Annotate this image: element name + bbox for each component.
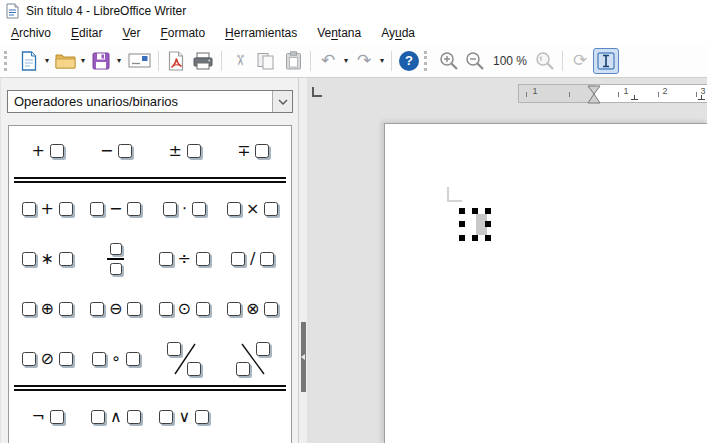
element-division-fraction[interactable] [82, 234, 151, 284]
element-multiplication-dot[interactable]: ⋅ [150, 184, 219, 234]
new-document-icon [20, 51, 38, 71]
new-document-dropdown[interactable]: ▾ [42, 48, 52, 74]
elements-grid: +−±∓+−⋅×∗÷/⊕⊖⊙⊗⊘∘¬∧∨ [8, 125, 292, 443]
zoom-out-button[interactable] [462, 48, 488, 74]
selection-handle[interactable] [472, 208, 478, 214]
operator-symbol: / [250, 251, 255, 267]
help-button[interactable]: ? [396, 48, 422, 74]
document-page[interactable] [384, 123, 707, 443]
selection-handle[interactable] [459, 208, 465, 214]
operator-symbol: ∨ [178, 409, 190, 425]
refresh-button[interactable]: ⟳ [567, 48, 593, 74]
formula-cursor-toggle[interactable] [593, 48, 619, 74]
save-dropdown[interactable]: ▾ [114, 48, 124, 74]
element-circled-dot[interactable]: ⊙ [150, 284, 219, 334]
element-composition[interactable]: ∘ [82, 334, 151, 384]
placeholder-box [264, 202, 278, 216]
element-subtraction-minus[interactable]: − [82, 184, 151, 234]
element-plus-minus[interactable]: ± [150, 126, 219, 176]
operator-symbol: ∗ [41, 251, 54, 267]
element-division-sign[interactable]: ÷ [150, 234, 219, 284]
menu-herramientas[interactable]: Herramientas [215, 23, 307, 43]
group-separator [14, 177, 286, 183]
element-boolean-or[interactable]: ∨ [150, 392, 219, 442]
formula-placeholder[interactable] [466, 214, 476, 235]
selection-handle[interactable] [485, 208, 491, 214]
placeholder-box [195, 410, 209, 424]
menu-archivo[interactable]: Archivo [1, 23, 61, 43]
element-boolean-not[interactable]: ¬ [13, 392, 82, 442]
email-button[interactable] [124, 48, 154, 74]
selection-handle[interactable] [485, 221, 491, 227]
document-workspace: 1123 [307, 78, 707, 443]
placeholder-box [59, 302, 73, 316]
element-wideslash[interactable] [150, 334, 219, 384]
menu-ver[interactable]: Ver [112, 23, 150, 43]
placeholder-box [231, 252, 245, 266]
element-circled-minus[interactable]: ⊖ [82, 284, 151, 334]
placeholder-box [260, 252, 274, 266]
zoom-100-button[interactable] [532, 48, 558, 74]
element-circled-plus[interactable]: ⊕ [13, 284, 82, 334]
open-dropdown[interactable]: ▾ [78, 48, 88, 74]
operator-symbol: ∧ [110, 409, 122, 425]
formula-object-selected[interactable] [459, 208, 492, 242]
element-multiplication-cross[interactable]: × [219, 184, 288, 234]
placeholder-box [187, 144, 201, 158]
operator-symbol: ∓ [237, 143, 250, 159]
selection-handle[interactable] [459, 221, 465, 227]
print-button[interactable] [189, 48, 217, 74]
redo-dropdown[interactable]: ▾ [377, 48, 387, 74]
element-row: ¬∧∨ [9, 392, 291, 442]
menu-formato[interactable]: Formato [150, 23, 215, 43]
operator-symbol: ÷ [178, 251, 191, 267]
placeholder-box [236, 362, 250, 376]
chevron-down-icon[interactable] [272, 91, 292, 112]
paste-button[interactable] [280, 48, 306, 74]
element-widebslash[interactable] [219, 334, 288, 384]
indent-marker-icon[interactable] [587, 85, 601, 104]
undo-button[interactable]: ↶ [315, 48, 341, 74]
menu-ayuda[interactable]: Ayuda [371, 23, 425, 43]
element-boolean-and[interactable]: ∧ [82, 392, 151, 442]
element-addition-plus[interactable]: + [13, 184, 82, 234]
element-multiplication-asterisk[interactable]: ∗ [13, 234, 82, 284]
operator-symbol: − [100, 143, 113, 159]
element-unary-minus[interactable]: − [82, 126, 151, 176]
element-row: +−⋅× [9, 184, 291, 234]
toolbar-grip[interactable] [424, 51, 432, 71]
copy-icon [256, 52, 276, 70]
selection-handle[interactable] [485, 235, 491, 241]
open-button[interactable] [52, 48, 78, 74]
copy-button[interactable] [252, 48, 280, 74]
menu-editar[interactable]: Editar [61, 23, 112, 43]
selection-handle[interactable] [459, 235, 465, 241]
ruler-tick [696, 92, 697, 97]
element-division-slash[interactable]: / [219, 234, 288, 284]
placeholder-box [59, 252, 73, 266]
selection-handle[interactable] [472, 235, 478, 241]
category-select-value: Operadores unarios/binarios [8, 94, 272, 109]
category-select[interactable]: Operadores unarios/binarios [7, 90, 293, 113]
placeholder-box [159, 252, 173, 266]
element-unary-plus[interactable]: + [13, 126, 82, 176]
element-circled-slash[interactable]: ⊘ [13, 334, 82, 384]
element-row: ∗÷/ [9, 234, 291, 284]
placeholder-box [22, 202, 36, 216]
operator-symbol: ⊘ [41, 351, 54, 367]
toolbar-grip[interactable] [4, 51, 12, 71]
menu-ventana[interactable]: Ventana [307, 23, 371, 43]
element-minus-plus[interactable]: ∓ [219, 126, 288, 176]
redo-button[interactable]: ↷ [351, 48, 377, 74]
undo-dropdown[interactable]: ▾ [341, 48, 351, 74]
element-row: +−±∓ [9, 126, 291, 176]
splitter-collapse-handle[interactable] [301, 322, 306, 392]
new-document-button[interactable] [16, 48, 42, 74]
element-circled-times[interactable]: ⊗ [219, 284, 288, 334]
export-pdf-button[interactable] [163, 48, 189, 74]
cut-button[interactable]: ✂ [226, 48, 252, 74]
zoom-in-button[interactable] [436, 48, 462, 74]
save-button[interactable] [88, 48, 114, 74]
ruler-corner-mark [312, 87, 322, 97]
horizontal-ruler[interactable]: 1123 [518, 84, 707, 103]
